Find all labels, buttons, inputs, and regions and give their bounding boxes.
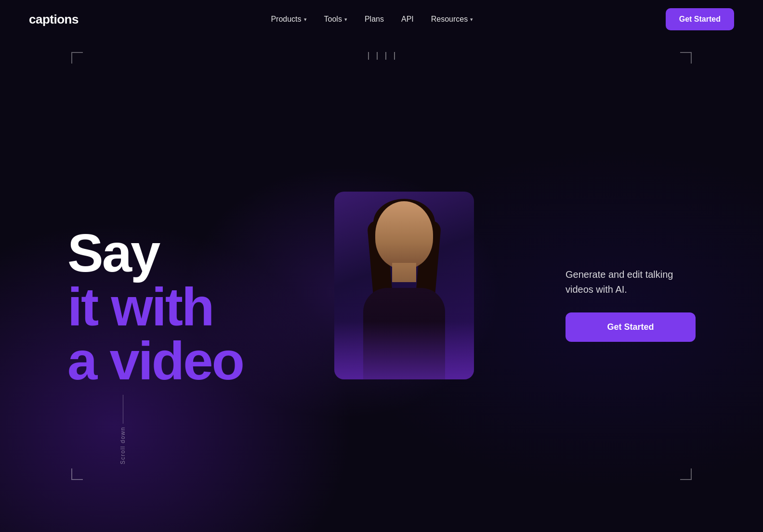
nav-get-started-button[interactable]: Get Started xyxy=(666,8,734,30)
nav-products[interactable]: Products ▾ xyxy=(271,15,306,24)
nav-products-label: Products xyxy=(271,15,301,24)
person-face xyxy=(375,201,433,269)
video-card xyxy=(334,192,474,379)
hero-title-line2: it with xyxy=(67,280,243,334)
nav-api[interactable]: API xyxy=(401,15,414,24)
person-neck xyxy=(392,263,416,282)
nav-tools[interactable]: Tools ▾ xyxy=(324,15,347,24)
scroll-down-line xyxy=(123,395,123,424)
nav-tools-label: Tools xyxy=(324,15,342,24)
nav-api-label: API xyxy=(401,15,414,24)
nav-resources-label: Resources xyxy=(431,15,468,24)
scroll-down-indicator: Scroll down xyxy=(119,395,126,465)
nav-resources[interactable]: Resources ▾ xyxy=(431,15,473,24)
chevron-down-icon: ▾ xyxy=(344,16,347,23)
hero-title-line3: a video xyxy=(67,334,243,388)
hero-description: Generate and edit talking videos with AI… xyxy=(566,267,696,297)
hero-section: Say it with a video Generate and edit ta… xyxy=(0,39,763,532)
chevron-down-icon: ▾ xyxy=(304,16,307,23)
hero-headline: Say it with a video xyxy=(67,212,243,388)
video-glow xyxy=(334,322,474,379)
hero-get-started-button[interactable]: Get Started xyxy=(566,312,696,342)
hero-right-content: Generate and edit talking videos with AI… xyxy=(566,258,696,342)
site-logo[interactable]: captions xyxy=(29,12,79,27)
hero-title-line1: Say xyxy=(67,226,243,280)
scroll-down-label: Scroll down xyxy=(119,427,126,465)
chevron-down-icon: ▾ xyxy=(470,16,473,23)
nav-links: Products ▾ Tools ▾ Plans API Resources ▾ xyxy=(271,15,473,24)
navbar: captions Products ▾ Tools ▾ Plans API Re… xyxy=(0,0,763,39)
hero-video-preview xyxy=(334,192,474,379)
nav-plans-label: Plans xyxy=(365,15,384,24)
nav-plans[interactable]: Plans xyxy=(365,15,384,24)
